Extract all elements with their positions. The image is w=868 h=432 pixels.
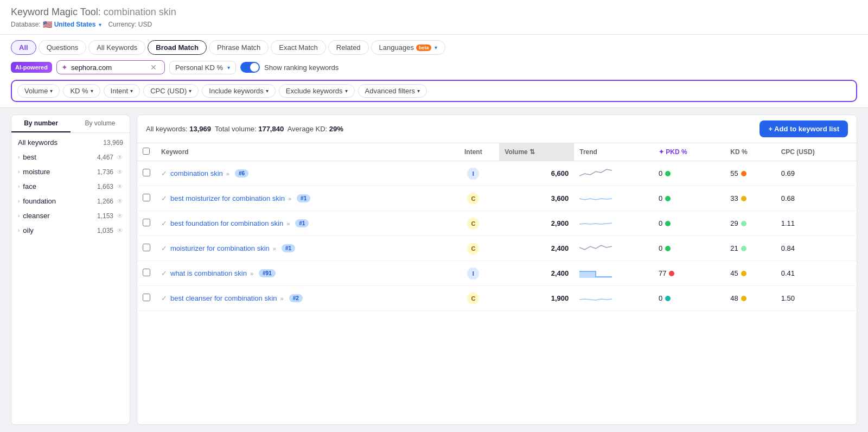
eye-icon[interactable]: 👁 bbox=[117, 212, 123, 220]
intent-badge-1: C bbox=[467, 193, 479, 205]
col-pkd[interactable]: ✦ PKD % bbox=[653, 143, 725, 161]
cpc-cell-3: 0.84 bbox=[776, 236, 857, 261]
trend-cell-4 bbox=[574, 261, 653, 286]
exclude-chevron-icon: ▾ bbox=[345, 88, 348, 94]
pkd-dot-4 bbox=[669, 271, 674, 276]
sidebar-tab-by-number[interactable]: By number bbox=[11, 115, 71, 132]
trend-cell-1 bbox=[574, 186, 653, 211]
table-row: ✓ best foundation for combination skin »… bbox=[137, 211, 857, 236]
eye-icon[interactable]: 👁 bbox=[117, 154, 123, 161]
pkd-cell-4: 77 bbox=[653, 261, 725, 286]
kd-cell-5: 48 bbox=[725, 286, 775, 311]
tab-broad-match[interactable]: Broad Match bbox=[148, 40, 207, 55]
kd-chevron-icon: ▾ bbox=[91, 88, 93, 94]
pkd-cell-2: 0 bbox=[653, 211, 725, 236]
ai-domain-input[interactable] bbox=[71, 63, 147, 72]
tab-languages[interactable]: Languages beta ▾ bbox=[371, 40, 446, 55]
volume-cell-0: 6,600 bbox=[499, 161, 574, 186]
include-keywords-filter[interactable]: Include keywords ▾ bbox=[202, 84, 275, 98]
kd-dot-2 bbox=[741, 221, 746, 226]
kd-dot-4 bbox=[741, 271, 746, 276]
tab-exact-match[interactable]: Exact Match bbox=[271, 40, 326, 55]
tab-all-keywords[interactable]: All Keywords bbox=[88, 40, 145, 55]
ai-input-container[interactable]: ✦ ✕ bbox=[56, 60, 165, 74]
trend-cell-0 bbox=[574, 161, 653, 186]
languages-chevron-icon: ▾ bbox=[435, 45, 437, 50]
keyword-link-0[interactable]: combination skin bbox=[170, 169, 223, 177]
table-row: ✓ best cleanser for combination skin » #… bbox=[137, 286, 857, 311]
table-row: ✓ what is combination skin » #91 I 2,400… bbox=[137, 261, 857, 286]
select-all-checkbox[interactable] bbox=[143, 148, 150, 155]
tab-phrase-match[interactable]: Phrase Match bbox=[209, 40, 269, 55]
exclude-keywords-filter[interactable]: Exclude keywords ▾ bbox=[279, 84, 355, 98]
sidebar-item-foundation[interactable]: › foundation 1,266 👁 bbox=[11, 194, 130, 208]
keyword-link-4[interactable]: what is combination skin bbox=[170, 269, 247, 277]
kd-dot-5 bbox=[741, 296, 746, 301]
eye-icon[interactable]: 👁 bbox=[117, 227, 123, 234]
row-checkbox-5[interactable] bbox=[143, 294, 150, 301]
keyword-link-5[interactable]: best cleanser for combination skin bbox=[170, 294, 277, 302]
show-ranking-keywords-toggle[interactable] bbox=[240, 62, 260, 73]
sidebar-chevron-icon: › bbox=[18, 169, 20, 175]
table-row: ✓ moisturizer for combination skin » #1 … bbox=[137, 236, 857, 261]
intent-filter[interactable]: Intent ▾ bbox=[104, 84, 141, 98]
cpc-filter[interactable]: CPC (USD) ▾ bbox=[143, 84, 199, 98]
volume-cell-1: 3,600 bbox=[499, 186, 574, 211]
sidebar-item-best[interactable]: › best 4,467 👁 bbox=[11, 150, 130, 164]
sparkle-icon: ✦ bbox=[61, 63, 68, 72]
personal-kd-dropdown[interactable]: Personal KD % ▾ bbox=[169, 61, 236, 74]
keyword-link-2[interactable]: best foundation for combination skin bbox=[170, 219, 283, 227]
keyword-link-1[interactable]: best moisturizer for combination skin bbox=[170, 194, 285, 202]
sidebar-item-cleanser[interactable]: › cleanser 1,153 👁 bbox=[11, 208, 130, 223]
row-checkbox-4[interactable] bbox=[143, 269, 150, 276]
clear-ai-input-button[interactable]: ✕ bbox=[150, 63, 157, 72]
intent-chevron-icon: ▾ bbox=[130, 88, 133, 94]
pkd-dot-0 bbox=[665, 171, 671, 176]
intent-badge-2: C bbox=[467, 218, 479, 230]
sidebar-item-oily[interactable]: › oily 1,035 👁 bbox=[11, 223, 130, 238]
tab-all[interactable]: All bbox=[11, 40, 36, 55]
cpc-cell-2: 1.11 bbox=[776, 211, 857, 236]
col-volume[interactable]: Volume ⇅ bbox=[499, 143, 574, 161]
country-link[interactable]: United States bbox=[54, 21, 96, 28]
sidebar-tab-by-volume[interactable]: By volume bbox=[71, 115, 130, 132]
sidebar-chevron-icon: › bbox=[18, 154, 20, 160]
keyword-link-3[interactable]: moisturizer for combination skin bbox=[170, 244, 270, 252]
kd-cell-3: 21 bbox=[725, 236, 775, 261]
content-stats: All keywords: 13,969 Total volume: 177,8… bbox=[146, 125, 343, 133]
tab-related[interactable]: Related bbox=[328, 40, 369, 55]
kd-cell-0: 55 bbox=[725, 161, 775, 186]
pkd-dot-5 bbox=[665, 296, 671, 301]
eye-icon[interactable]: 👁 bbox=[117, 198, 123, 205]
volume-cell-5: 1,900 bbox=[499, 286, 574, 311]
volume-filter[interactable]: Volume ▾ bbox=[17, 84, 60, 98]
sidebar-item-moisture[interactable]: › moisture 1,736 👁 bbox=[11, 164, 130, 179]
cpc-cell-5: 1.50 bbox=[776, 286, 857, 311]
personal-kd-chevron-icon: ▾ bbox=[227, 65, 230, 71]
sidebar-item-face[interactable]: › face 1,663 👁 bbox=[11, 179, 130, 194]
pkd-dot-1 bbox=[665, 196, 671, 201]
page-title: Keyword Magic Tool: combination skin bbox=[11, 7, 857, 18]
table-row: ✓ best moisturizer for combination skin … bbox=[137, 186, 857, 211]
kd-filter[interactable]: KD % ▾ bbox=[63, 84, 100, 98]
tab-questions[interactable]: Questions bbox=[39, 40, 87, 55]
keyword-type-tabs: All Questions All Keywords Broad Match P… bbox=[11, 40, 857, 55]
row-checkbox-1[interactable] bbox=[143, 194, 150, 201]
add-to-keyword-list-button[interactable]: + Add to keyword list bbox=[760, 120, 848, 137]
row-checkbox-0[interactable] bbox=[143, 169, 150, 176]
eye-icon[interactable]: 👁 bbox=[117, 183, 123, 190]
advanced-filters-row: Volume ▾ KD % ▾ Intent ▾ CPC (USD) ▾ Inc… bbox=[11, 80, 857, 102]
sidebar-chevron-icon: › bbox=[18, 183, 20, 189]
country-chevron-icon[interactable]: ▾ bbox=[99, 22, 101, 28]
advanced-filters-button[interactable]: Advanced filters ▾ bbox=[358, 84, 427, 98]
intent-badge-0: I bbox=[467, 168, 479, 180]
col-intent: Intent bbox=[447, 143, 499, 161]
row-checkbox-2[interactable] bbox=[143, 219, 150, 226]
ranking-keywords-label: Show ranking keywords bbox=[264, 63, 339, 72]
table-row: ✓ combination skin » #6 I 6,600 0 55 0.6… bbox=[137, 161, 857, 186]
pkd-cell-0: 0 bbox=[653, 161, 725, 186]
row-checkbox-3[interactable] bbox=[143, 244, 150, 251]
sidebar-chevron-icon: › bbox=[18, 227, 20, 233]
sidebar-item-all[interactable]: All keywords 13,969 bbox=[11, 135, 130, 150]
eye-icon[interactable]: 👁 bbox=[117, 168, 123, 176]
